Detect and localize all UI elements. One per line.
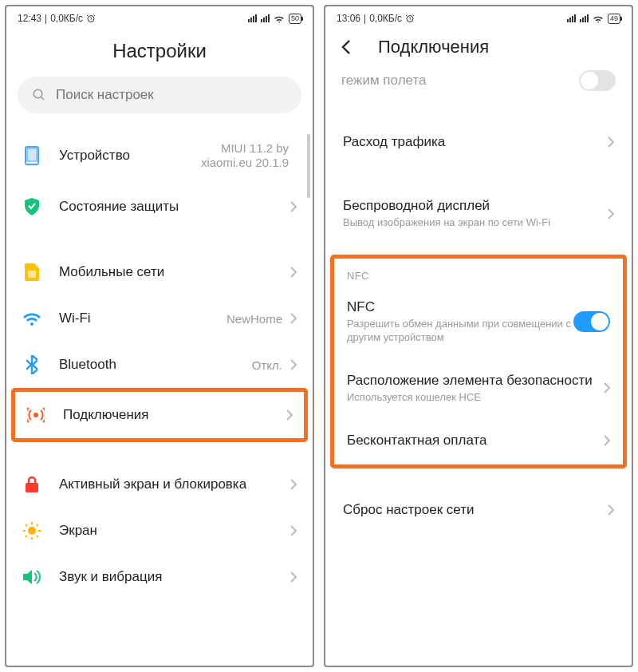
battery-icon: 49 [608, 14, 620, 24]
signal-icon-2 [580, 14, 589, 22]
sun-icon [23, 522, 41, 540]
lock-icon [25, 476, 39, 493]
signal-icon [567, 14, 576, 22]
item-bluetooth[interactable]: Bluetooth Откл. [6, 342, 313, 388]
item-label: Wi-Fi [59, 310, 226, 327]
item-sublabel: Вывод изображения на экран по сети Wi-Fi [343, 216, 608, 230]
svg-rect-3 [27, 148, 37, 161]
item-value: Откл. [252, 358, 282, 372]
item-traffic[interactable]: Расход трафика [325, 120, 632, 164]
status-time: 12:43 [18, 13, 41, 24]
item-label: Бесконтактная оплата [347, 432, 604, 449]
toggle-nfc[interactable] [573, 311, 610, 332]
page-header: Подключения [325, 27, 632, 70]
bluetooth-icon [26, 355, 37, 374]
chevron-right-icon [608, 208, 614, 219]
item-label: Активный экран и блокировка [59, 476, 290, 493]
item-label: Устройство [59, 147, 201, 164]
item-label: Подключения [63, 406, 286, 424]
item-label: Экран [59, 522, 290, 540]
item-display[interactable]: Экран [6, 508, 313, 554]
item-mobile-networks[interactable]: Мобильные сети [6, 249, 313, 295]
item-label: Сброс настроек сети [343, 501, 608, 519]
item-airplane-cutoff[interactable]: гежим полета [325, 70, 632, 101]
connections-list: Расход трафика Беспроводной дисплей Выво… [325, 101, 632, 666]
item-contactless-pay[interactable]: Бесконтактная оплата [334, 418, 623, 463]
shield-icon [24, 198, 40, 215]
wifi-icon [593, 14, 604, 23]
chevron-right-icon [290, 313, 297, 324]
battery-icon: 50 [289, 14, 301, 24]
page-title: Подключения [378, 37, 489, 57]
chevron-right-icon [290, 525, 297, 536]
status-speed: 0,0КБ/с [50, 13, 83, 24]
back-button[interactable] [338, 38, 356, 56]
item-label: Расход трафика [343, 133, 608, 151]
item-value: NewHome [226, 312, 282, 326]
connections-icon [27, 406, 45, 424]
chevron-right-icon [608, 504, 614, 516]
wifi-icon [274, 14, 285, 23]
item-sound[interactable]: Звук и вибрация [6, 554, 313, 591]
sim-icon [25, 263, 39, 281]
item-sublabel: Разрешить обмен данными при совмещении с… [347, 318, 573, 345]
chevron-right-icon [290, 201, 297, 212]
chevron-right-icon [290, 571, 297, 583]
signal-icon-2 [261, 14, 270, 22]
status-bar: 12:43 | 0,0КБ/с 50 [6, 6, 313, 27]
search-bar[interactable] [18, 77, 301, 113]
wifi-icon [22, 311, 41, 326]
highlight-connections: Подключения [11, 388, 308, 442]
svg-point-7 [28, 527, 36, 535]
highlight-nfc-section: NFC NFC Разрешить обмен данными при совм… [330, 255, 627, 468]
item-nfc[interactable]: NFC Разрешить обмен данными при совмещен… [334, 285, 623, 358]
item-label: Звук и вибрация [59, 568, 290, 586]
alarm-icon [86, 14, 96, 23]
item-label: Мобильные сети [59, 263, 290, 281]
chevron-right-icon [604, 435, 610, 446]
status-time: 13:06 [337, 13, 360, 24]
settings-list: Устройство MIUI 11.2 by xiaomi.eu 20.1.9… [6, 128, 313, 666]
item-label: Беспроводной дисплей [343, 197, 608, 215]
item-wifi[interactable]: Wi-Fi NewHome [6, 295, 313, 342]
section-header-nfc: NFC [334, 263, 623, 285]
search-icon [32, 88, 46, 102]
item-connections[interactable]: Подключения [15, 392, 304, 438]
phone-settings: 12:43 | 0,0КБ/с 50 Настройки Устройство … [5, 5, 314, 667]
toggle-airplane[interactable] [579, 70, 616, 91]
alarm-icon [405, 14, 415, 23]
svg-point-5 [33, 413, 38, 417]
item-lockscreen[interactable]: Активный экран и блокировка [6, 461, 313, 508]
item-device[interactable]: Устройство MIUI 11.2 by xiaomi.eu 20.1.9 [6, 128, 313, 184]
chevron-right-icon [290, 267, 297, 278]
search-input[interactable] [56, 87, 287, 103]
speaker-icon [23, 569, 41, 585]
item-security-element[interactable]: Расположение элемента безопасности Испол… [334, 358, 623, 418]
device-icon [24, 146, 40, 165]
chevron-right-icon [290, 479, 297, 490]
svg-rect-6 [26, 483, 38, 492]
status-bar: 13:06 | 0,0КБ/с 49 [325, 6, 632, 27]
item-label: NFC [347, 298, 573, 316]
status-speed: 0,0КБ/с [369, 13, 402, 24]
svg-point-1 [33, 89, 42, 98]
item-wireless-display[interactable]: Беспроводной дисплей Вывод изображения н… [325, 184, 632, 243]
svg-rect-4 [28, 271, 36, 278]
chevron-right-icon [286, 409, 293, 421]
item-label: Расположение элемента безопасности [347, 372, 604, 389]
chevron-right-icon [290, 359, 297, 370]
item-label: Состояние защиты [59, 198, 290, 215]
item-sublabel: Используется кошелек HCE [347, 391, 604, 405]
item-label: Bluetooth [59, 356, 252, 374]
item-security[interactable]: Состояние защиты [6, 184, 313, 230]
signal-icon [248, 14, 257, 22]
chevron-right-icon [608, 136, 614, 148]
item-reset-network[interactable]: Сброс настроек сети [325, 488, 632, 532]
phone-connections: 13:06 | 0,0КБ/с 49 Подключения гежим пол… [324, 5, 633, 667]
chevron-right-icon [604, 382, 610, 393]
page-title: Настройки [6, 27, 313, 77]
